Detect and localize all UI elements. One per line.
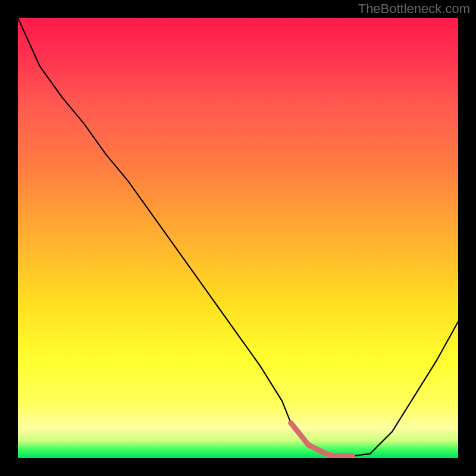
chart-svg — [18, 18, 458, 458]
bottleneck-curve — [18, 18, 458, 456]
watermark-text: TheBottleneck.com — [358, 1, 470, 17]
plot-area — [18, 18, 458, 458]
optimal-range-marker — [291, 423, 353, 456]
